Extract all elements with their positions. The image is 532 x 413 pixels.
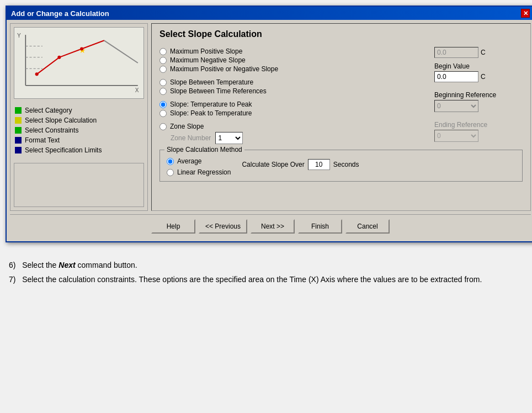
- cancel-button[interactable]: Cancel: [345, 219, 390, 234]
- ending-reference-select: 0: [434, 130, 478, 142]
- chart-svg: Y X ★: [14, 28, 143, 98]
- ending-reference-label: Ending Reference: [434, 121, 523, 129]
- finish-button[interactable]: Finish: [298, 219, 342, 234]
- radio-slope-between-time[interactable]: [159, 88, 167, 95]
- ending-reference-row: 0: [434, 130, 523, 142]
- fields-area: Maximum Positive Slope Maximum Negative …: [159, 47, 523, 144]
- radio-row-slope-between-time: Slope Between Time References: [159, 87, 425, 96]
- chart-area: Y X ★: [14, 27, 144, 99]
- instruction-6-text-before: Select the: [22, 261, 58, 269]
- svg-point-9: [57, 56, 61, 59]
- beginning-reference-group: Beginning Reference 0: [434, 91, 523, 112]
- begin-value-group: Begin Value C: [434, 62, 523, 82]
- radio-row-slope-temp-to-peak: Slope: Temperature to Peak: [159, 100, 425, 109]
- radio-linear-regression[interactable]: [167, 169, 174, 176]
- calc-slope-label: Calculate Slope Over: [242, 161, 304, 168]
- method-box-legend: Slope Calculation Method: [164, 146, 244, 153]
- radio-zone-slope[interactable]: [159, 123, 167, 130]
- nav-item-select-category[interactable]: Select Category: [15, 105, 143, 115]
- nav-item-select-slope[interactable]: Select Slope Calculation: [15, 115, 143, 125]
- beginning-reference-select[interactable]: 0: [434, 100, 478, 112]
- label-max-negative-slope: Maximum Negative Slope: [170, 56, 246, 64]
- nav-dot-slope: [15, 117, 22, 124]
- zone-number-row: Zone Number 1 2 3: [159, 132, 425, 144]
- radio-row-zone-slope: Zone Slope: [159, 122, 425, 131]
- svg-point-10: [80, 47, 83, 51]
- nav-item-select-constraints[interactable]: Select Constraints: [15, 125, 143, 135]
- left-panel: Y X ★: [10, 23, 148, 211]
- method-content: Average Linear Regression Calculate Slop…: [167, 157, 515, 177]
- radio-average[interactable]: [167, 158, 174, 165]
- left-radios: Maximum Positive Slope Maximum Negative …: [159, 47, 425, 144]
- radio-row-max-positive-slope: Maximum Positive Slope: [159, 47, 425, 56]
- previous-button[interactable]: << Previous: [199, 219, 247, 234]
- right-fields: C Begin Value C: [434, 47, 523, 144]
- instruction-7: 7) Select the calculation constraints. T…: [9, 273, 523, 285]
- instructions: 6) Select the Next command button. 7) Se…: [6, 253, 526, 294]
- begin-value-input[interactable]: [434, 71, 478, 82]
- radio-max-pos-neg-slope[interactable]: [159, 66, 167, 73]
- button-bar: Help << Previous Next >> Finish Cancel: [10, 214, 531, 238]
- nav-label-select-constraints: Select Constraints: [25, 126, 78, 134]
- radio-row-max-pos-neg-slope: Maximum Positive or Negative Slope: [159, 65, 425, 73]
- zone-number-label: Zone Number: [171, 134, 211, 142]
- first-field-input: [434, 47, 478, 58]
- instruction-7-text: Select the calculation constraints. Thes…: [22, 275, 482, 284]
- nav-item-format-text[interactable]: Format Text: [15, 135, 143, 145]
- label-slope-between-temp: Slope Between Temperature: [170, 78, 253, 86]
- radio-slope-peak-to-temp[interactable]: [159, 110, 167, 117]
- nav-dot-spec-limits: [15, 147, 22, 153]
- calc-slope-input[interactable]: [308, 159, 330, 170]
- left-panel-text-area: [14, 163, 144, 207]
- begin-value-label: Begin Value: [434, 62, 523, 70]
- radio-max-positive-slope[interactable]: [159, 48, 167, 55]
- first-field-unit: C: [481, 49, 486, 56]
- instruction-6-text-after: command button.: [76, 261, 137, 269]
- nav-label-select-slope: Select Slope Calculation: [25, 117, 97, 124]
- beginning-reference-label: Beginning Reference: [434, 91, 523, 99]
- nav-dot-format-text: [15, 137, 22, 144]
- nav-dot-constraints: [15, 127, 22, 134]
- dialog-main: Y X ★: [10, 23, 531, 211]
- nav-label-format-text: Format Text: [25, 136, 60, 144]
- label-max-positive-slope: Maximum Positive Slope: [170, 47, 242, 55]
- section-title: Select Slope Calculation: [159, 29, 523, 39]
- instruction-6: 6) Select the Next command button.: [9, 259, 523, 271]
- first-field-row: C: [434, 47, 523, 58]
- label-zone-slope: Zone Slope: [170, 123, 204, 130]
- instruction-6-number: 6): [9, 261, 20, 269]
- ending-reference-group: Ending Reference 0: [434, 121, 523, 142]
- calc-slope-row: Calculate Slope Over Seconds: [242, 159, 359, 170]
- label-slope-peak-to-temp: Slope: Peak to Temperature: [170, 109, 252, 117]
- radio-row-slope-between-temp: Slope Between Temperature: [159, 78, 425, 87]
- method-radios: Average Linear Regression: [167, 157, 231, 177]
- first-field-group: C: [434, 47, 523, 58]
- label-slope-between-time: Slope Between Time References: [170, 87, 267, 95]
- nav-item-select-spec-limits[interactable]: Select Specification Limits: [15, 145, 143, 155]
- label-average: Average: [177, 157, 201, 165]
- nav-label-select-spec-limits: Select Specification Limits: [25, 146, 102, 154]
- radio-max-negative-slope[interactable]: [159, 57, 167, 64]
- instruction-7-number: 7): [9, 275, 20, 284]
- svg-point-8: [35, 72, 39, 76]
- label-max-pos-neg-slope: Maximum Positive or Negative Slope: [170, 65, 278, 73]
- main-dialog: Add or Change a Calculation ✕ Y X: [6, 6, 532, 242]
- help-button[interactable]: Help: [151, 219, 195, 234]
- dialog-title: Add or Change a Calculation: [11, 9, 109, 18]
- svg-text:Y: Y: [17, 33, 21, 39]
- radio-row-max-negative-slope: Maximum Negative Slope: [159, 56, 425, 65]
- zone-number-select[interactable]: 1 2 3: [215, 132, 243, 144]
- begin-value-row: C: [434, 71, 523, 82]
- calc-slope-unit: Seconds: [333, 161, 359, 168]
- close-button[interactable]: ✕: [521, 9, 530, 18]
- radio-slope-between-temp[interactable]: [159, 79, 167, 86]
- dialog-body: Y X ★: [7, 20, 532, 241]
- beginning-reference-row: 0: [434, 100, 523, 112]
- nav-items: Select Category Select Slope Calculation…: [10, 102, 147, 158]
- radio-row-linear-regression: Linear Regression: [167, 168, 231, 177]
- radio-row-average: Average: [167, 157, 231, 166]
- radio-slope-temp-to-peak[interactable]: [159, 101, 167, 108]
- svg-text:X: X: [135, 87, 139, 93]
- method-box: Slope Calculation Method Average Linear …: [159, 150, 523, 182]
- next-button[interactable]: Next >>: [251, 219, 295, 234]
